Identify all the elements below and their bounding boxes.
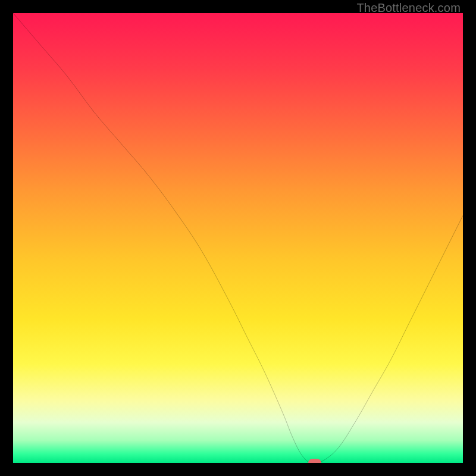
plot-area (13, 13, 463, 463)
watermark-text: TheBottleneck.com (356, 1, 461, 15)
chart-frame: TheBottleneck.com (0, 0, 476, 476)
bottleneck-curve (13, 13, 463, 463)
optimal-point-marker (308, 459, 321, 463)
